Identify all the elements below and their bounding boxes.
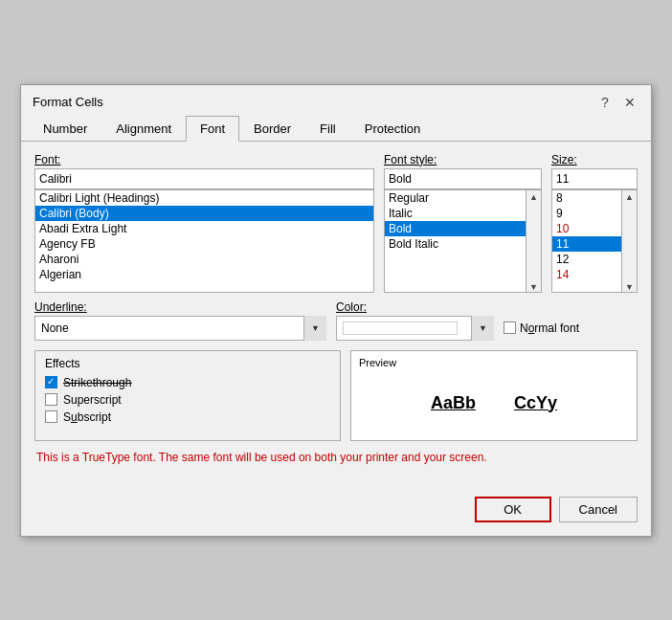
subscript-row: Subscript [45, 410, 330, 424]
font-style-list-item[interactable]: Regular [385, 190, 541, 206]
font-style-column: Font style: Regular Italic Bold Bold Ita… [384, 153, 542, 293]
color-select-arrow-icon: ▼ [471, 316, 494, 341]
font-style-list-item[interactable]: Bold [385, 221, 541, 236]
strikethrough-row: Strikethrough [45, 376, 330, 389]
info-text: This is a TrueType font. The same font w… [34, 451, 638, 464]
strikethrough-label: Strikethrough [63, 376, 131, 389]
title-bar: Format Cells ? ✕ [21, 85, 651, 116]
font-list-item[interactable]: Calibri Light (Headings) [35, 190, 373, 206]
dialog-title: Format Cells [33, 95, 103, 109]
tab-number[interactable]: Number [29, 116, 101, 142]
strikethrough-checkbox[interactable] [45, 376, 57, 388]
subscript-label: Subscript [63, 410, 111, 424]
preview-box: Preview AaBb CcYy [350, 350, 638, 441]
underline-select[interactable]: None Single Double [34, 316, 326, 341]
effects-title: Effects [45, 357, 330, 370]
size-input[interactable] [551, 168, 638, 189]
dialog-content: Font: Calibri Light (Headings) Calibri (… [21, 142, 651, 489]
superscript-label: Superscript [63, 393, 122, 407]
underline-label: Underline: [34, 300, 326, 314]
ok-button[interactable]: OK [475, 497, 551, 522]
subscript-checkbox[interactable] [45, 410, 57, 423]
color-column: Color: ▼ [336, 300, 494, 341]
size-label: Size: [551, 153, 638, 166]
color-swatch [343, 321, 458, 335]
font-list-item[interactable]: Algerian [35, 267, 373, 282]
size-column: Size: 8 9 10 11 12 14 ▲ ▼ [551, 153, 638, 293]
tab-alignment[interactable]: Alignment [101, 116, 186, 142]
title-bar-buttons: ? ✕ [595, 93, 639, 112]
font-style-list[interactable]: Regular Italic Bold Bold Italic ▲ ▼ [384, 189, 542, 293]
color-label: Color: [336, 300, 494, 314]
format-cells-dialog: Format Cells ? ✕ Number Alignment Font B… [20, 84, 652, 537]
help-button[interactable]: ? [595, 93, 615, 112]
normal-font-column: Normal font [504, 300, 638, 335]
preview-text-part2: CcYy [514, 393, 557, 413]
normal-font-label: Normal font [520, 321, 579, 335]
font-list-item[interactable]: Agency FB [35, 236, 373, 252]
tab-bar: Number Alignment Font Border Fill Protec… [21, 116, 651, 142]
size-list[interactable]: 8 9 10 11 12 14 ▲ ▼ [551, 189, 638, 293]
font-style-label: Font style: [384, 153, 542, 166]
close-button[interactable]: ✕ [620, 93, 639, 112]
font-list-item[interactable]: Aharoni [35, 252, 373, 267]
font-style-list-item[interactable]: Bold Italic [385, 236, 541, 252]
font-column: Font: Calibri Light (Headings) Calibri (… [34, 153, 374, 293]
tab-font[interactable]: Font [186, 116, 239, 142]
underline-select-wrapper: None Single Double ▼ [34, 316, 326, 341]
font-style-size-row: Font: Calibri Light (Headings) Calibri (… [34, 153, 638, 293]
preview-text: AaBb CcYy [431, 393, 557, 413]
effects-box: Effects Strikethrough Superscript Subscr… [34, 350, 341, 441]
font-style-list-item[interactable]: Italic [385, 206, 541, 221]
style-scrollbar[interactable]: ▲ ▼ [526, 190, 541, 293]
preview-text-part1: AaBb [431, 393, 476, 413]
tab-border[interactable]: Border [239, 116, 305, 142]
underline-color-row: Underline: None Single Double ▼ Color: [34, 300, 638, 341]
font-list-item[interactable]: Abadi Extra Light [35, 221, 373, 236]
font-list-item[interactable]: Calibri (Body) [35, 206, 373, 221]
preview-title: Preview [359, 357, 629, 368]
superscript-checkbox[interactable] [45, 393, 57, 406]
effects-preview-row: Effects Strikethrough Superscript Subscr… [34, 350, 638, 441]
size-scrollbar[interactable]: ▲ ▼ [621, 190, 637, 293]
font-list[interactable]: Calibri Light (Headings) Calibri (Body) … [34, 189, 374, 293]
normal-font-checkbox[interactable] [504, 321, 516, 334]
underline-column: Underline: None Single Double ▼ [34, 300, 326, 341]
color-select-wrapper: ▼ [336, 316, 494, 341]
superscript-row: Superscript [45, 393, 330, 407]
font-input[interactable] [34, 168, 374, 189]
preview-content: AaBb CcYy [359, 372, 629, 434]
tab-protection[interactable]: Protection [350, 116, 436, 142]
cancel-button[interactable]: Cancel [559, 497, 638, 522]
dialog-footer: OK Cancel [21, 489, 651, 536]
tab-fill[interactable]: Fill [305, 116, 350, 142]
font-label: Font: [34, 153, 374, 166]
font-style-input[interactable] [384, 168, 542, 189]
